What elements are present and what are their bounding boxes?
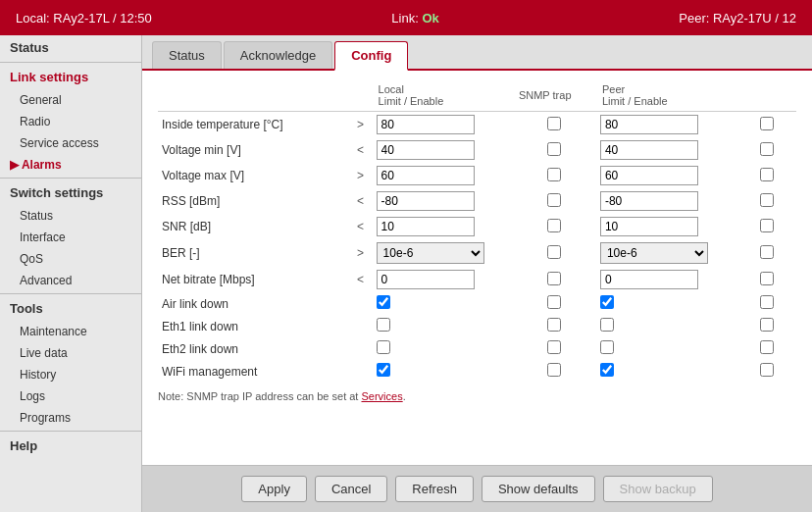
sidebar-item-interface[interactable]: Interface xyxy=(0,227,141,248)
peer-checkbox[interactable] xyxy=(600,340,614,354)
peer-snmp-checkbox[interactable] xyxy=(760,363,774,377)
divider-1 xyxy=(0,62,141,63)
row-op: < xyxy=(348,137,372,163)
snmp-trap-checkbox[interactable] xyxy=(547,142,561,156)
row-label: Voltage max [V] xyxy=(158,163,348,188)
col-header-peer-snmp xyxy=(736,80,796,112)
show-backup-button[interactable]: Show backup xyxy=(603,476,713,502)
tab-status[interactable]: Status xyxy=(152,41,222,69)
row-op xyxy=(348,360,372,383)
refresh-button[interactable]: Refresh xyxy=(395,476,474,502)
content-area: Status Acknowledge Config Local Limit / … xyxy=(142,35,812,512)
sidebar-item-history[interactable]: History xyxy=(0,364,141,385)
sidebar-item-programs[interactable]: Programs xyxy=(0,407,141,429)
snmp-trap-checkbox[interactable] xyxy=(547,168,561,181)
sidebar: Status Link settings General Radio Servi… xyxy=(0,35,142,512)
main-layout: Status Link settings General Radio Servi… xyxy=(0,35,812,512)
table-row: Eth1 link down xyxy=(158,315,796,337)
snmp-trap-checkbox[interactable] xyxy=(547,295,561,309)
sidebar-item-logs[interactable]: Logs xyxy=(0,385,141,407)
snmp-trap-checkbox[interactable] xyxy=(547,272,561,285)
peer-snmp-checkbox[interactable] xyxy=(760,245,774,259)
sidebar-item-alarms[interactable]: ▶ Alarms xyxy=(0,154,141,176)
sidebar-section-tools: Tools xyxy=(0,296,141,321)
row-label: Eth2 link down xyxy=(158,337,348,360)
peer-snmp-checkbox[interactable] xyxy=(760,340,774,354)
peer-value-input[interactable] xyxy=(600,217,698,236)
peer-checkbox[interactable] xyxy=(600,295,614,309)
tab-acknowledge[interactable]: Acknowledge xyxy=(224,41,332,69)
config-content: Local Limit / Enable SNMP trap Peer Limi… xyxy=(142,71,812,465)
peer-snmp-checkbox[interactable] xyxy=(760,168,774,181)
peer-snmp-checkbox[interactable] xyxy=(760,193,774,207)
row-op: < xyxy=(348,214,372,239)
local-checkbox[interactable] xyxy=(377,363,390,377)
snmp-trap-checkbox[interactable] xyxy=(547,117,561,130)
services-link[interactable]: Services xyxy=(361,390,402,402)
sidebar-item-maintenance[interactable]: Maintenance xyxy=(0,321,141,342)
snmp-trap-checkbox[interactable] xyxy=(547,193,561,207)
local-checkbox[interactable] xyxy=(377,318,390,332)
peer-value-input[interactable] xyxy=(600,140,698,160)
sidebar-item-general[interactable]: General xyxy=(0,89,141,111)
snmp-trap-checkbox[interactable] xyxy=(547,363,561,377)
local-value-input[interactable] xyxy=(377,191,475,211)
table-row: Net bitrate [Mbps]< xyxy=(158,267,796,292)
local-checkbox[interactable] xyxy=(377,340,390,354)
sidebar-section-link-settings: Link settings xyxy=(0,65,141,89)
sidebar-item-radio[interactable]: Radio xyxy=(0,111,141,132)
tab-config[interactable]: Config xyxy=(334,41,408,71)
local-value-select[interactable]: 10e-310e-410e-510e-610e-710e-8 xyxy=(377,242,484,264)
local-value-input[interactable] xyxy=(377,166,475,185)
snmp-trap-checkbox[interactable] xyxy=(547,340,561,354)
row-label: Eth1 link down xyxy=(158,315,348,337)
sidebar-item-qos[interactable]: QoS xyxy=(0,248,141,270)
peer-value-select[interactable]: 10e-310e-410e-510e-610e-710e-8 xyxy=(600,242,708,264)
peer-value: RAy2-17U / 12 xyxy=(713,11,796,26)
snmp-trap-checkbox[interactable] xyxy=(547,245,561,259)
peer-snmp-checkbox[interactable] xyxy=(760,318,774,332)
local-value-input[interactable] xyxy=(377,270,475,289)
sidebar-section-status: Status xyxy=(0,35,141,60)
sidebar-section-switch-settings: Switch settings xyxy=(0,180,141,205)
snmp-trap-checkbox[interactable] xyxy=(547,219,561,232)
divider-4 xyxy=(0,431,141,432)
row-op: < xyxy=(348,188,372,214)
sidebar-section-help: Help xyxy=(0,434,141,458)
peer-value-input[interactable] xyxy=(600,166,698,185)
row-label: WiFi management xyxy=(158,360,348,383)
row-op xyxy=(348,292,372,315)
local-label: Local: xyxy=(16,11,50,26)
snmp-trap-checkbox[interactable] xyxy=(547,318,561,332)
peer-snmp-checkbox[interactable] xyxy=(760,272,774,285)
peer-value-input[interactable] xyxy=(600,270,698,289)
col-header-label xyxy=(158,80,348,112)
peer-value-input[interactable] xyxy=(600,115,698,134)
row-label: Inside temperature [°C] xyxy=(158,112,348,138)
apply-button[interactable]: Apply xyxy=(241,476,307,502)
local-info: Local: RAy2-17L / 12:50 xyxy=(16,11,152,26)
alarm-config-table: Local Limit / Enable SNMP trap Peer Limi… xyxy=(158,80,796,383)
local-value-input[interactable] xyxy=(377,217,475,236)
peer-snmp-checkbox[interactable] xyxy=(760,295,774,309)
table-header-row: Local Limit / Enable SNMP trap Peer Limi… xyxy=(158,80,796,112)
local-value-input[interactable] xyxy=(377,140,475,160)
local-value-input[interactable] xyxy=(377,115,475,134)
peer-checkbox[interactable] xyxy=(600,363,614,377)
peer-snmp-checkbox[interactable] xyxy=(760,142,774,156)
row-op: > xyxy=(348,239,372,267)
show-defaults-button[interactable]: Show defaults xyxy=(482,476,595,502)
sidebar-item-sw-status[interactable]: Status xyxy=(0,205,141,227)
peer-snmp-checkbox[interactable] xyxy=(760,117,774,130)
peer-value-input[interactable] xyxy=(600,191,698,211)
sidebar-item-service-access[interactable]: Service access xyxy=(0,132,141,154)
local-checkbox[interactable] xyxy=(377,295,390,309)
peer-snmp-checkbox[interactable] xyxy=(760,219,774,232)
table-row: RSS [dBm]< xyxy=(158,188,796,214)
cancel-button[interactable]: Cancel xyxy=(315,476,387,502)
sidebar-item-live-data[interactable]: Live data xyxy=(0,342,141,364)
col-header-local: Local Limit / Enable xyxy=(373,80,513,112)
sidebar-item-advanced[interactable]: Advanced xyxy=(0,270,141,291)
peer-checkbox[interactable] xyxy=(600,318,614,332)
peer-info: Peer: RAy2-17U / 12 xyxy=(679,11,796,26)
